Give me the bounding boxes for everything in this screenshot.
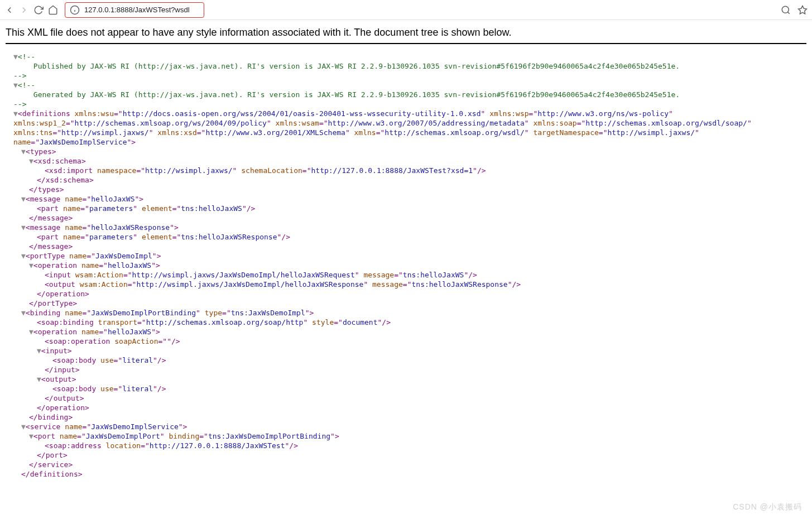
xsd-import: <xsd:import namespace="http://wsimpl.jax… xyxy=(6,166,806,175)
content-area: This XML file does not appear to have an… xyxy=(0,20,812,483)
service-open[interactable]: ▼<service name="JaxWsDemoImplService"> xyxy=(6,422,806,431)
reload-button[interactable] xyxy=(33,5,44,15)
svg-marker-5 xyxy=(799,6,807,13)
forward-button[interactable] xyxy=(19,5,29,15)
soap-binding: <soap:binding transport="http://schemas.… xyxy=(6,318,806,327)
svg-point-3 xyxy=(782,6,789,13)
message-open[interactable]: ▼<message name="helloJaxWS"> xyxy=(6,194,806,204)
soap-body: <soap:body use="literal"/> xyxy=(6,355,806,365)
soap-body: <soap:body use="literal"/> xyxy=(6,384,806,393)
part: <part name="parameters" element="tns:hel… xyxy=(6,204,806,213)
output-open[interactable]: ▼<output> xyxy=(6,374,806,384)
xml-comment: Generated by JAX-WS RI (http://jax-ws.ja… xyxy=(29,90,684,99)
xml-tree: ▼<!-- Published by JAX-WS RI (http://jax… xyxy=(6,52,806,479)
operation-open[interactable]: ▼<operation name="helloJaxWS"> xyxy=(6,261,806,270)
toggle-icon[interactable]: ▼ xyxy=(13,81,18,89)
zoom-icon[interactable] xyxy=(781,5,791,15)
binding-open[interactable]: ▼<binding name="JaxWsDemoImplPortBinding… xyxy=(6,308,806,318)
bookmark-star-icon[interactable] xyxy=(797,5,808,15)
svg-line-4 xyxy=(787,12,789,13)
input-open[interactable]: ▼<input> xyxy=(6,346,806,355)
address-bar[interactable] xyxy=(65,2,204,18)
output: <output wsam:Action="http://wsimpl.jaxws… xyxy=(6,280,806,289)
xml-comment: Published by JAX-WS RI (http://jax-ws.ja… xyxy=(29,62,684,70)
back-button[interactable] xyxy=(4,5,15,15)
input: <input wsam:Action="http://wsimpl.jaxws/… xyxy=(6,270,806,280)
porttype-open[interactable]: ▼<portType name="JaxWsDemoImpl"> xyxy=(6,251,806,261)
browser-toolbar xyxy=(0,0,812,20)
xml-notice: This XML file does not appear to have an… xyxy=(6,25,806,44)
home-button[interactable] xyxy=(48,5,58,15)
schema-open[interactable]: ▼<xsd:schema> xyxy=(6,156,806,166)
part: <part name="parameters" element="tns:hel… xyxy=(6,232,806,242)
url-input[interactable] xyxy=(83,5,199,15)
types-open[interactable]: ▼<types> xyxy=(6,147,806,156)
soap-address: <soap:address location="http://127.0.0.1… xyxy=(6,441,806,450)
operation-open[interactable]: ▼<operation name="helloJaxWS"> xyxy=(6,327,806,337)
message-open[interactable]: ▼<message name="helloJaxWSResponse"> xyxy=(6,223,806,232)
soap-operation: <soap:operation soapAction=""/> xyxy=(6,337,806,346)
info-icon[interactable] xyxy=(70,5,80,15)
definitions-open[interactable]: ▼<definitions xmlns:wsu="http://docs.oas… xyxy=(6,109,806,147)
toggle-icon[interactable]: ▼ xyxy=(13,52,18,61)
port-open[interactable]: ▼<port name="JaxWsDemoImplPort" binding=… xyxy=(6,431,806,441)
